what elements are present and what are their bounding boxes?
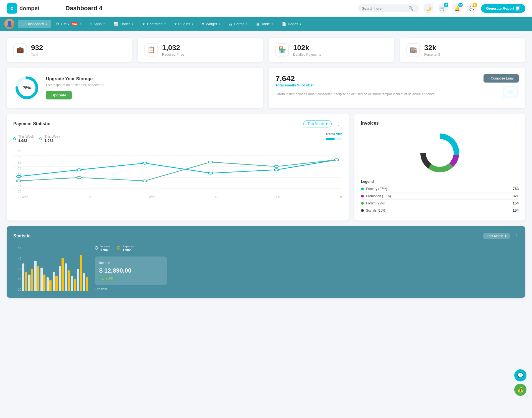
bars-container — [21, 247, 89, 291]
nav-item-plugins[interactable]: ♥ Plugins ▾ — [171, 20, 197, 28]
stat-card-payments: 🏪 102k Detalled Payments — [269, 38, 394, 62]
nav-item-forms[interactable]: 🖨 Forms ▾ — [225, 20, 251, 28]
avatar-img: 👤 — [4, 19, 14, 29]
socials-label: Socials (15%) — [366, 209, 511, 212]
x-label-thu: Thu — [213, 195, 218, 199]
nav-label-forms: Forms — [234, 22, 244, 26]
invoices-more-button[interactable]: ⋮ — [511, 120, 519, 126]
payment-title: Payment Statistic — [13, 121, 50, 126]
income-box: Income $ 12,890,00 ▲ +15% — [95, 257, 167, 285]
upgrade-desc: Lorem ipsum dolor sit amet, onsectetur. — [46, 83, 104, 87]
legend-dot-2 — [39, 137, 42, 140]
income-badge-text: +15% — [106, 277, 113, 280]
chat-btn[interactable]: 💬 5 — [467, 3, 477, 13]
svg-point-20 — [334, 159, 339, 161]
stat-card-info: 932 Tariff — [31, 43, 43, 57]
donut-label: 75% — [23, 86, 31, 90]
email-info: 7,642 Total emails Subcriber. — [275, 74, 314, 89]
expense-label: Expense — [95, 287, 167, 291]
bar-group-10 — [77, 255, 82, 291]
legend-primary: Primary (27%) 763 — [361, 185, 519, 193]
bar-yellow-11 — [86, 277, 88, 291]
cart-btn[interactable]: 🛒 2 — [438, 3, 448, 13]
bar-group-5 — [47, 277, 52, 291]
total-section: Total 3.982 — [326, 132, 342, 145]
payment-month-filter[interactable]: This Month ▾ — [303, 120, 331, 127]
bar-group-2 — [28, 269, 33, 291]
nav-item-pages[interactable]: 📄 Pages ▾ — [278, 20, 305, 28]
force-tariff-label: Force tariff — [424, 53, 440, 57]
primary-dot — [361, 188, 364, 190]
nav-item-apps[interactable]: ℹ Apps ▾ — [86, 20, 109, 28]
nav-item-bootstrap[interactable]: ★ Bootstrap ▾ — [138, 20, 170, 28]
legend-item-2: This Week 1.982 — [39, 132, 60, 145]
bell-btn[interactable]: 🔔 12 — [452, 3, 462, 13]
payment-statistic-card: Payment Statistic This Month ▾ ⋮ This We… — [7, 114, 349, 220]
chevron-down-icon: ▾ — [46, 22, 47, 25]
bar-yellow-6 — [55, 276, 58, 291]
stat-card-info-4: 32k Force tariff — [424, 43, 440, 57]
nav-item-cms[interactable]: ⚙ CMS New ▾ — [52, 20, 85, 28]
bar-white-2 — [28, 275, 30, 291]
x-axis-labels: Mon Tue Wed Thu Fri Sat — [13, 194, 342, 199]
income-box-title: Income — [99, 261, 162, 265]
main-content: 💼 932 Tariff 📋 1,032 Required Price 🏪 10… — [0, 31, 532, 304]
y-axis-labels: 100 90 80 70 60 50 40 30 — [13, 150, 21, 193]
nav-item-table[interactable]: ▦ Table ▾ — [252, 20, 277, 28]
nav-item-charts[interactable]: 📊 Charts ▾ — [110, 20, 137, 28]
generate-report-button[interactable]: Generate Report 📊 — [481, 4, 525, 13]
upgrade-button[interactable]: Upgrade — [46, 91, 72, 99]
nav-item-dashboard[interactable]: ⊞ Dashboard ▾ — [18, 20, 51, 28]
bar-yellow-9 — [74, 279, 76, 291]
statistic-more-button[interactable]: ⋮ — [514, 233, 519, 239]
legend-val-2: 1.982 — [44, 139, 60, 143]
bar-yellow-4 — [43, 275, 45, 291]
stat-cards-row: 💼 932 Tariff 📋 1,032 Required Price 🏪 10… — [7, 38, 525, 62]
charts-icon: 📊 — [114, 22, 118, 26]
total-val: 3.982 — [333, 132, 342, 136]
bar-group-9 — [71, 276, 76, 291]
email-count: 7,642 — [275, 74, 314, 83]
cms-icon: ⚙ — [56, 22, 59, 26]
x-label-sat: Sat — [337, 195, 342, 199]
forum-value: 154 — [513, 201, 519, 205]
stat-card-force-tariff: 🏬 32k Force tariff — [400, 38, 525, 62]
bar-group-1 — [22, 263, 27, 291]
x-label-wed: Wed — [149, 195, 155, 199]
nav-item-widget[interactable]: ♥ Widget ▾ — [198, 20, 224, 28]
chevron-down-icon-stat: ▾ — [505, 234, 507, 238]
chevron-down-icon-forms: ▾ — [246, 22, 247, 25]
dark-mode-btn[interactable]: 🌙 — [423, 3, 433, 13]
income-legend-text: Income 1.982 — [100, 244, 110, 252]
invoices-legend: Legend Primary (27%) 763 Promotion (11%)… — [361, 179, 519, 214]
header: c dompet Dashboard 4 🔍 🌙 🛒 2 🔔 12 💬 5 Ge… — [0, 0, 532, 17]
payment-more-button[interactable]: ⋮ — [335, 121, 342, 127]
chevron-down-icon-apps: ▾ — [103, 22, 105, 25]
force-tariff-value: 32k — [424, 43, 440, 52]
nav-label-charts: Charts — [120, 22, 130, 26]
table-icon: ▦ — [256, 22, 260, 26]
bar-white-5 — [47, 277, 49, 291]
bell-badge: 12 — [458, 3, 463, 7]
invoices-title: Invoices — [361, 121, 379, 126]
bar-white-7 — [59, 266, 61, 291]
middle-row: 75% Upgrade Your Storage Lorem ipsum dol… — [7, 68, 525, 108]
bar-group-11 — [83, 273, 88, 291]
search-box[interactable]: 🔍 — [358, 4, 419, 12]
nav-label-table: Table — [261, 22, 270, 26]
payment-card-header: Payment Statistic This Month ▾ ⋮ — [13, 120, 342, 127]
expense-legend-val: 1.982 — [122, 248, 134, 252]
income-legend-val: 1.982 — [100, 248, 110, 252]
bar-yellow-3 — [37, 266, 39, 291]
search-input[interactable] — [362, 6, 406, 11]
required-price-value: 1,032 — [162, 43, 184, 52]
x-label-mon: Mon — [22, 195, 28, 199]
statistic-month-filter[interactable]: This Month ▾ — [483, 233, 510, 239]
email-subtitle: Total emails Subcriber. — [275, 83, 314, 87]
bar-group-7 — [59, 258, 64, 291]
apps-icon: ℹ — [90, 22, 92, 26]
forum-dot — [361, 202, 364, 205]
bar-group-6 — [53, 272, 58, 291]
expense-legend-dot — [117, 246, 120, 250]
up-icon: ▲ — [101, 277, 104, 280]
